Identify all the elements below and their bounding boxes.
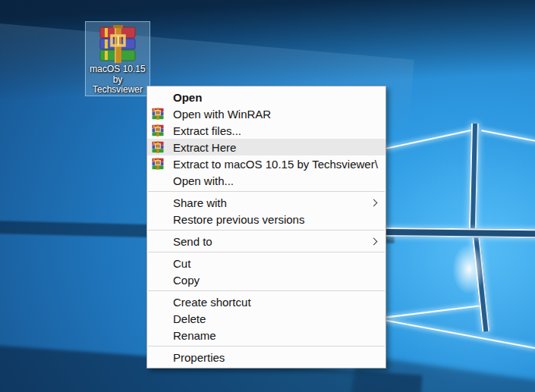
context-menu-item-copy[interactable]: Copy <box>147 271 386 288</box>
winrar-icon <box>152 141 164 153</box>
context-menu-item-restore-previous-versions[interactable]: Restore previous versions <box>147 211 386 227</box>
context-menu-item-cut[interactable]: Cut <box>147 255 386 271</box>
desktop-icon-label-line3: Techsviewer <box>86 85 149 96</box>
windows-logo-horizontal-bar <box>378 227 535 238</box>
desktop-icon-label-line1: macOS 10.15 <box>86 64 149 75</box>
chevron-right-icon <box>370 199 378 206</box>
context-menu: Open Open with WinRAR Extract files... E… <box>146 86 386 368</box>
winrar-icon <box>152 158 164 170</box>
context-menu-item-extract-to-macos-10-15-by-techsviewer[interactable]: Extract to macOS 10.15 by Techsviewer\ <box>147 155 386 172</box>
context-menu-item-open-with-winrar[interactable]: Open with WinRAR <box>147 105 386 122</box>
winrar-icon <box>152 108 164 120</box>
context-menu-item-rename[interactable]: Rename <box>147 327 386 343</box>
context-menu-item-send-to[interactable]: Send to <box>147 233 386 249</box>
context-menu-item-open[interactable]: Open <box>147 89 386 105</box>
context-menu-item-share-with[interactable]: Share with <box>147 194 386 211</box>
desktop-icon-label-line2: by <box>86 75 149 86</box>
winrar-icon <box>152 124 164 136</box>
winrar-archive-icon <box>99 24 136 64</box>
menu-separator <box>148 346 385 347</box>
chevron-right-icon <box>370 237 378 245</box>
context-menu-item-extract-here[interactable]: Extract Here <box>147 139 386 155</box>
menu-separator <box>148 191 385 192</box>
menu-separator <box>148 230 385 230</box>
menu-separator <box>148 252 385 252</box>
context-menu-item-delete[interactable]: Delete <box>147 310 386 327</box>
desktop-icon-macos-archive[interactable]: macOS 10.15 by Techsviewer <box>85 21 150 96</box>
context-menu-item-open-with[interactable]: Open with... <box>147 172 386 189</box>
context-menu-item-extract-files[interactable]: Extract files... <box>147 122 386 139</box>
context-menu-item-properties[interactable]: Properties <box>147 349 386 365</box>
windows-logo-light-flare <box>452 244 486 294</box>
menu-separator <box>148 290 385 291</box>
context-menu-item-create-shortcut[interactable]: Create shortcut <box>147 293 386 310</box>
desktop-icon-label: macOS 10.15 by Techsviewer <box>86 64 149 96</box>
